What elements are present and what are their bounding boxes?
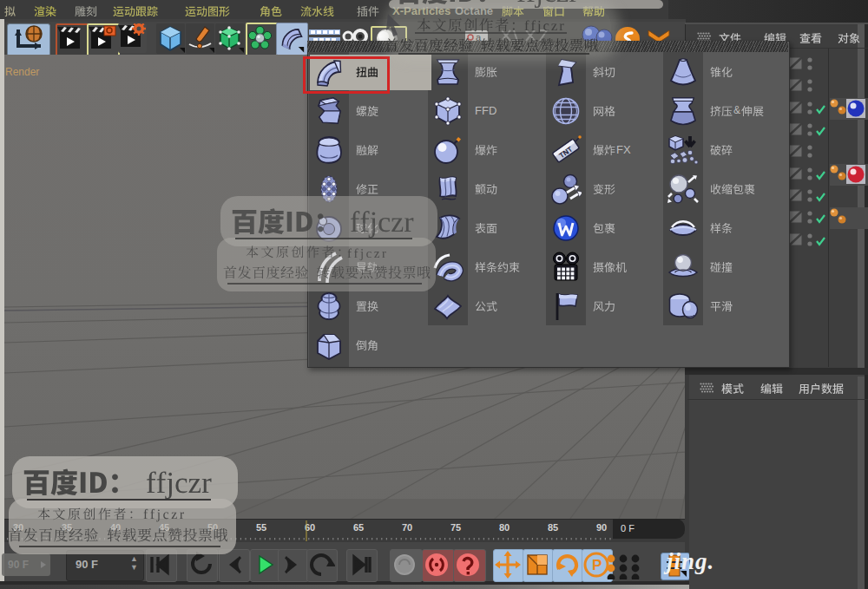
svg-text:80: 80 — [499, 522, 510, 533]
svg-text:85: 85 — [548, 522, 558, 533]
svg-text:90: 90 — [596, 522, 607, 533]
svg-text:55: 55 — [256, 522, 266, 533]
svg-text:P: P — [592, 557, 602, 573]
svg-text:70: 70 — [402, 522, 412, 533]
svg-text:65: 65 — [353, 522, 364, 533]
svg-text:75: 75 — [450, 522, 461, 533]
